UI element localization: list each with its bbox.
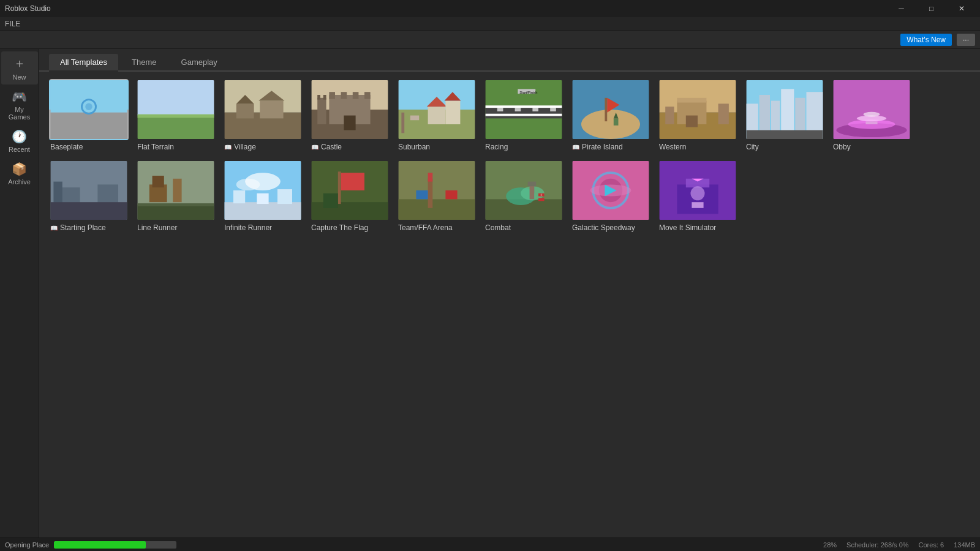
- statusbar-cores: Cores: 6: [919, 541, 944, 549]
- template-label-combat: Combat: [484, 221, 564, 233]
- svg-rect-103: [528, 182, 536, 187]
- archive-icon: 📦: [12, 162, 27, 176]
- svg-text:Start/Finish: Start/Finish: [519, 91, 537, 94]
- sidebar-item-new[interactable]: ＋ New: [1, 51, 38, 84]
- template-card-infinite-runner[interactable]: Infinite Runner: [223, 160, 303, 233]
- template-card-pirate-island[interactable]: 📖 Pirate Island: [571, 79, 650, 152]
- svg-rect-35: [486, 114, 562, 116]
- statusbar-scheduler: Scheduler: 268/s 0%: [846, 541, 909, 549]
- svg-rect-22: [317, 95, 320, 100]
- capture-the-flag-name: Capture The Flag: [311, 223, 368, 232]
- svg-text:+: +: [540, 193, 543, 197]
- svg-point-43: [581, 110, 640, 139]
- sidebar-my-games-label: My Games: [4, 106, 36, 121]
- svg-rect-94: [428, 179, 433, 208]
- template-label-starting-place: 📖 Starting Place: [49, 221, 129, 233]
- template-card-galactic-speedway[interactable]: Galactic Speedway: [571, 160, 650, 233]
- template-thumb-galactic-speedway: [571, 160, 650, 221]
- svg-rect-90: [338, 171, 341, 204]
- svg-point-3: [85, 103, 92, 110]
- template-card-capture-the-flag[interactable]: Capture The Flag: [310, 160, 390, 233]
- menu-file[interactable]: FILE: [5, 20, 20, 28]
- sidebar: ＋ New 🎮 My Games 🕐 Recent 📦 Archive: [0, 49, 39, 538]
- template-card-line-runner[interactable]: Line Runner: [136, 160, 216, 233]
- svg-rect-20: [344, 116, 355, 130]
- svg-rect-5: [138, 116, 214, 139]
- starting-place-book-icon: 📖: [50, 225, 58, 231]
- tab-gameplay[interactable]: Gameplay: [170, 54, 228, 70]
- svg-rect-16: [329, 92, 335, 99]
- template-thumb-starting-place: [49, 160, 129, 221]
- template-card-village[interactable]: 📖 Village: [223, 79, 303, 152]
- svg-rect-34: [486, 105, 562, 108]
- svg-point-86: [236, 179, 260, 190]
- template-label-baseplate: Baseplate: [49, 140, 129, 152]
- svg-rect-53: [718, 103, 729, 124]
- statusbar: Opening Place 28% Scheduler: 268/s 0% Co…: [0, 538, 980, 551]
- template-label-team-ffa-arena: Team/FFA Arena: [397, 221, 477, 233]
- svg-rect-73: [51, 202, 127, 220]
- svg-rect-31: [410, 116, 419, 121]
- template-thumb-western: [658, 79, 737, 140]
- svg-rect-82: [233, 190, 245, 203]
- template-label-city: City: [745, 140, 824, 152]
- tab-theme[interactable]: Theme: [121, 54, 167, 70]
- svg-rect-52: [665, 107, 674, 124]
- close-button[interactable]: ✕: [948, 0, 975, 17]
- template-card-suburban[interactable]: Suburban: [397, 79, 477, 152]
- svg-rect-36: [497, 108, 503, 111]
- svg-rect-37: [515, 108, 521, 111]
- template-thumb-flat-terrain: [136, 79, 216, 140]
- line-runner-name: Line Runner: [137, 223, 177, 232]
- svg-rect-19: [364, 92, 371, 99]
- template-card-castle[interactable]: 📖 Castle: [310, 79, 390, 152]
- template-card-starting-place[interactable]: 📖 Starting Place: [49, 160, 129, 233]
- template-card-flat-terrain[interactable]: Flat Terrain: [136, 79, 216, 152]
- template-thumb-city: [745, 79, 824, 140]
- svg-rect-83: [257, 193, 268, 204]
- titlebar: Roblox Studio ─ □ ✕: [0, 0, 980, 17]
- tab-all-templates[interactable]: All Templates: [49, 54, 118, 72]
- svg-rect-68: [865, 121, 877, 124]
- pirate-island-name: Pirate Island: [582, 143, 623, 151]
- template-card-obby[interactable]: Obby: [832, 79, 911, 152]
- infinite-runner-name: Infinite Runner: [224, 223, 272, 232]
- more-button[interactable]: ···: [957, 34, 975, 46]
- sidebar-item-my-games[interactable]: 🎮 My Games: [1, 86, 38, 124]
- whats-new-button[interactable]: What's New: [900, 34, 952, 46]
- sidebar-item-archive[interactable]: 📦 Archive: [1, 158, 38, 189]
- template-card-city[interactable]: City: [745, 79, 824, 152]
- svg-rect-96: [416, 190, 428, 199]
- minimize-button[interactable]: ─: [888, 0, 915, 17]
- svg-rect-88: [312, 202, 388, 220]
- template-thumb-combat: +: [484, 160, 564, 221]
- template-label-racing: Racing: [484, 140, 564, 152]
- sidebar-new-label: New: [12, 73, 26, 81]
- city-name: City: [746, 143, 759, 151]
- template-label-castle: 📖 Castle: [310, 140, 390, 152]
- svg-rect-91: [323, 193, 338, 208]
- statusbar-zoom: 28%: [823, 541, 837, 549]
- svg-rect-4: [138, 80, 214, 116]
- svg-rect-81: [225, 202, 301, 220]
- window-controls: ─ □ ✕: [888, 0, 975, 17]
- template-card-move-it-simulator[interactable]: Move It Simulator: [658, 160, 737, 233]
- statusbar-memory: 134MB: [954, 541, 975, 549]
- template-card-combat[interactable]: + Combat: [484, 160, 564, 233]
- template-card-western[interactable]: Western: [658, 79, 737, 152]
- template-card-baseplate[interactable]: Baseplate: [49, 79, 129, 152]
- maximize-button[interactable]: □: [918, 0, 945, 17]
- recent-icon: 🕐: [12, 129, 27, 144]
- template-card-racing[interactable]: Start/Finish Racing: [484, 79, 564, 152]
- sidebar-item-recent[interactable]: 🕐 Recent: [1, 126, 38, 157]
- template-card-team-ffa-arena[interactable]: Team/FFA Arena: [397, 160, 477, 233]
- main-layout: ＋ New 🎮 My Games 🕐 Recent 📦 Archive All …: [0, 49, 980, 538]
- template-thumb-village: [223, 79, 303, 140]
- my-games-icon: 🎮: [12, 89, 27, 104]
- combat-name: Combat: [485, 223, 511, 232]
- template-thumb-capture-the-flag: [310, 160, 390, 221]
- svg-rect-97: [445, 190, 457, 199]
- sidebar-recent-label: Recent: [9, 146, 30, 153]
- starting-place-name: Starting Place: [60, 223, 106, 232]
- statusbar-progress-container: [54, 541, 176, 549]
